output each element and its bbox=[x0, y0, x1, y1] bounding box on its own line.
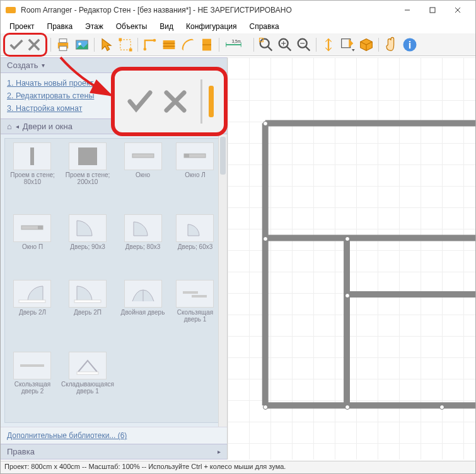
svg-rect-38 bbox=[78, 147, 97, 165]
library-grid[interactable]: Проем в стене; 80x10 Проем в стене; 200x… bbox=[4, 138, 223, 423]
svg-rect-49 bbox=[20, 364, 44, 367]
zoom-out-button[interactable] bbox=[295, 36, 313, 54]
app-icon bbox=[6, 7, 16, 13]
export-image-button[interactable] bbox=[73, 36, 91, 54]
title-bar: Room Arranger - Редактор Стен - [без наз… bbox=[1, 1, 475, 20]
library-panel: Проем в стене; 80x10 Проем в стене; 200x… bbox=[1, 134, 227, 427]
svg-rect-43 bbox=[38, 226, 43, 229]
zoom-fit-button[interactable] bbox=[257, 36, 275, 54]
lib-item[interactable]: Двойная дверь bbox=[118, 279, 168, 348]
wall-curved-tool[interactable] bbox=[179, 36, 197, 54]
svg-line-24 bbox=[267, 46, 272, 50]
svg-rect-47 bbox=[183, 291, 198, 294]
separator bbox=[94, 38, 95, 52]
menu-edit[interactable]: Правка bbox=[42, 21, 78, 32]
lib-item[interactable]: Складывающаяся дверь 1 bbox=[60, 350, 115, 420]
lib-item[interactable]: Окно П bbox=[8, 213, 57, 275]
select-tool[interactable] bbox=[98, 36, 115, 54]
svg-text:i: i bbox=[409, 38, 412, 50]
lib-item[interactable]: Скользящая дверь 2 bbox=[8, 350, 57, 420]
separator bbox=[219, 38, 219, 52]
svg-rect-50 bbox=[77, 372, 98, 374]
home-icon: ⌂ bbox=[7, 122, 12, 131]
wall-node[interactable] bbox=[345, 293, 350, 298]
separator bbox=[253, 38, 254, 52]
wall-node[interactable] bbox=[345, 236, 350, 241]
zoom-in-button[interactable] bbox=[276, 36, 294, 54]
wall-node[interactable] bbox=[439, 405, 444, 410]
maximize-button[interactable] bbox=[420, 1, 445, 19]
lib-item[interactable]: Дверь 2Л bbox=[8, 279, 57, 348]
library-scrollbar[interactable] bbox=[218, 134, 227, 427]
measure-tool[interactable]: 3,5m bbox=[223, 36, 250, 54]
confirm-button[interactable] bbox=[8, 36, 25, 54]
svg-rect-6 bbox=[59, 46, 67, 50]
canvas[interactable] bbox=[228, 57, 475, 460]
menu-view[interactable]: Вид bbox=[154, 21, 178, 32]
menu-floor[interactable]: Этаж bbox=[80, 21, 108, 32]
info-button[interactable]: i bbox=[401, 36, 419, 54]
edit-dropdown-button[interactable] bbox=[339, 36, 356, 54]
lib-item[interactable]: Проем в стене; 200x10 bbox=[60, 141, 115, 211]
separator bbox=[137, 38, 138, 52]
svg-rect-5 bbox=[59, 38, 67, 42]
status-bar: Проект: 800cm x 400cm -- Масштаб: 100% -… bbox=[1, 461, 475, 473]
menu-objects[interactable]: Объекты bbox=[111, 21, 153, 32]
wall-node[interactable] bbox=[263, 236, 268, 241]
hand-tool[interactable] bbox=[382, 36, 400, 54]
confirm-cancel-group bbox=[3, 33, 47, 57]
wall-node[interactable] bbox=[263, 121, 268, 126]
svg-text:3,5m: 3,5m bbox=[232, 39, 241, 43]
svg-rect-48 bbox=[192, 295, 207, 298]
svg-line-27 bbox=[286, 46, 291, 50]
lib-item[interactable]: Дверь 2П bbox=[60, 279, 115, 348]
menu-config[interactable]: Конфигурация bbox=[181, 21, 242, 32]
callout-zoom bbox=[111, 67, 228, 136]
window-title: Room Arranger - Редактор Стен - [без наз… bbox=[21, 6, 395, 14]
svg-rect-14 bbox=[163, 40, 175, 49]
lib-item[interactable]: Дверь; 90x3 bbox=[60, 213, 115, 275]
svg-rect-39 bbox=[132, 154, 154, 158]
extra-libraries-link[interactable]: Дополнительные библиотеки... (6) bbox=[1, 427, 227, 444]
svg-point-13 bbox=[153, 38, 156, 42]
dimensions-button[interactable] bbox=[320, 36, 337, 54]
lib-item[interactable]: Дверь; 60x3 bbox=[170, 213, 220, 275]
lib-item[interactable]: Скользящая дверь 1 bbox=[170, 279, 220, 348]
floor-plan[interactable] bbox=[228, 57, 475, 459]
svg-line-31 bbox=[305, 46, 310, 50]
menu-help[interactable]: Справка bbox=[245, 21, 284, 32]
cancel-button[interactable] bbox=[25, 36, 43, 54]
wall-node[interactable] bbox=[263, 405, 268, 410]
svg-rect-44 bbox=[19, 300, 45, 303]
separator bbox=[50, 38, 51, 52]
wall-node[interactable] bbox=[345, 405, 350, 410]
toolbar: 3,5m i bbox=[1, 33, 475, 56]
svg-rect-41 bbox=[184, 154, 189, 158]
menu-bar: Проект Правка Этаж Объекты Вид Конфигура… bbox=[1, 20, 475, 33]
draw-wall-tool[interactable] bbox=[141, 36, 159, 54]
resize-tool[interactable] bbox=[117, 36, 134, 54]
svg-rect-37 bbox=[30, 147, 34, 165]
menu-project[interactable]: Проект bbox=[4, 21, 40, 32]
close-button[interactable] bbox=[445, 1, 470, 19]
svg-rect-45 bbox=[74, 300, 101, 303]
lib-item[interactable]: Дверь; 80x3 bbox=[118, 213, 168, 275]
view-3d-button[interactable] bbox=[357, 36, 375, 54]
content-area: Создать▾ 1. Начать новый проект 2. Редак… bbox=[1, 57, 475, 460]
wall-straight-tool[interactable] bbox=[160, 36, 178, 54]
svg-rect-1 bbox=[430, 8, 435, 13]
edit-section-header[interactable]: Правка▸ bbox=[1, 444, 227, 460]
wall-segment-tool[interactable] bbox=[198, 36, 216, 54]
print-button[interactable] bbox=[54, 36, 72, 54]
svg-point-12 bbox=[144, 47, 147, 50]
svg-rect-9 bbox=[120, 39, 131, 49]
lib-item[interactable]: Окно Л bbox=[170, 141, 220, 211]
lib-item[interactable]: Окно bbox=[118, 141, 168, 211]
minimize-button[interactable] bbox=[395, 1, 420, 19]
lib-item[interactable]: Проем в стене; 80x10 bbox=[8, 141, 57, 211]
separator bbox=[378, 38, 379, 52]
check-icon bbox=[125, 86, 155, 117]
svg-rect-11 bbox=[129, 48, 132, 51]
separator bbox=[316, 38, 316, 52]
x-icon bbox=[160, 86, 190, 117]
